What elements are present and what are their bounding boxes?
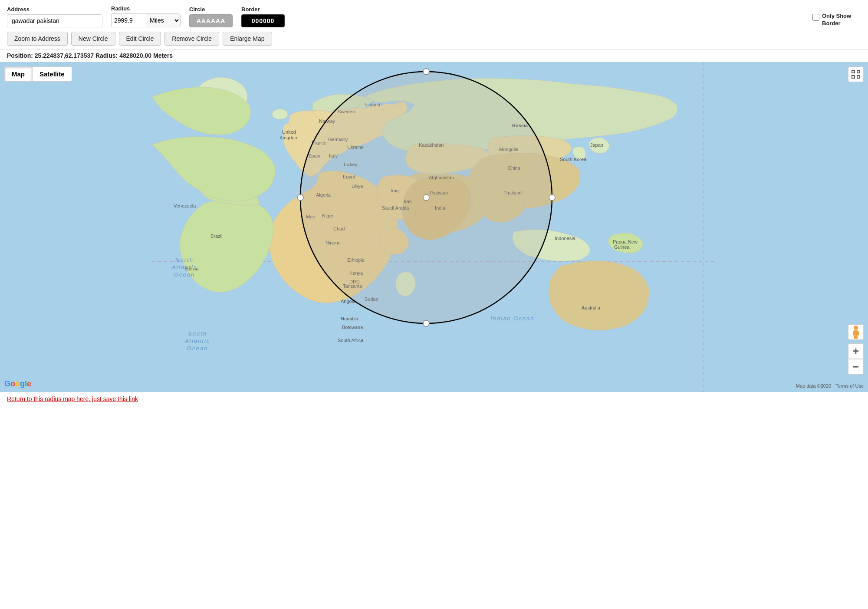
svg-rect-11: [853, 331, 855, 336]
circle-handle-right[interactable]: [549, 194, 555, 201]
circle-field-group: Circle AAAAAA: [189, 6, 233, 27]
border-field-group: Border 000000: [241, 6, 285, 27]
enlarge-map-button[interactable]: Enlarge Map: [223, 32, 272, 46]
svg-rect-14: [856, 336, 858, 339]
satellite-mode-button[interactable]: Satellite: [32, 66, 72, 82]
svg-rect-7: [852, 76, 855, 78]
indonesia-label: Indonesia: [555, 236, 576, 241]
position-bar: Position: 25.224837,62.173537 Radius: 48…: [0, 49, 868, 62]
circle-label: Circle: [189, 6, 233, 13]
circle-handle-center[interactable]: [423, 194, 429, 201]
south-atlantic-label2: Atlantic: [184, 338, 210, 344]
svg-point-9: [854, 326, 858, 330]
only-show-label: Only Show Border: [822, 13, 861, 27]
terms-of-use-link[interactable]: Terms of Use: [835, 383, 864, 388]
map-mode-controls: Map Satellite: [4, 66, 72, 82]
only-show-checkbox[interactable]: [812, 14, 819, 21]
pegman-icon: [851, 325, 861, 339]
map-attribution: Map data ©2020 Terms of Use: [796, 383, 864, 388]
map-mode-button[interactable]: Map: [4, 66, 32, 82]
radius-field-group: Radius Miles Kilometers Meters: [111, 5, 181, 27]
address-label: Address: [7, 6, 102, 13]
united-kingdom-label: United: [282, 129, 296, 135]
svg-rect-6: [857, 70, 860, 73]
south-korea-label: South Korea: [560, 157, 587, 162]
south-atlantic-label3: Ocean: [187, 345, 208, 352]
fullscreen-icon: [852, 70, 860, 79]
radius-label: Radius: [111, 5, 181, 12]
google-logo: Google: [4, 379, 31, 388]
border-label: Border: [241, 6, 285, 13]
north-atlantic-ocean-label: North: [175, 257, 194, 263]
radius-row: Miles Kilometers Meters: [111, 13, 181, 27]
return-link[interactable]: Return to this radius map here, just sav…: [0, 392, 868, 406]
south-atlantic-label: South: [188, 330, 207, 337]
australia-label: Australia: [582, 305, 601, 310]
map-svg: Finland Sweden Norway United Kingdom Fra…: [0, 62, 868, 392]
north-atlantic-ocean-label3: Ocean: [174, 271, 195, 278]
united-kingdom-label2: Kingdom: [279, 135, 298, 140]
top-controls: Address Radius Miles Kilometers Meters C…: [0, 0, 868, 49]
radius-input[interactable]: [111, 13, 146, 27]
north-atlantic-ocean-label2: Atlantic: [171, 264, 197, 270]
pegman-button[interactable]: [848, 324, 864, 340]
zoom-in-button[interactable]: +: [848, 343, 864, 359]
zoom-out-button[interactable]: −: [848, 359, 864, 375]
zoom-to-address-button[interactable]: Zoom to Address: [7, 32, 68, 46]
radius-unit-select[interactable]: Miles Kilometers Meters: [146, 13, 181, 27]
venezuela-label: Venezuela: [174, 203, 196, 208]
south-africa-label: South Africa: [338, 338, 364, 343]
circle-handle-top[interactable]: [423, 69, 429, 75]
address-field-group: Address: [7, 6, 102, 27]
fullscreen-button[interactable]: [848, 66, 864, 82]
brazil-label: Brazil: [210, 234, 223, 239]
svg-point-4: [272, 109, 288, 119]
japan-label: Japan: [590, 142, 603, 148]
circle-handle-bottom[interactable]: [423, 320, 429, 326]
address-input[interactable]: [7, 14, 102, 27]
border-color-picker[interactable]: 000000: [241, 14, 285, 27]
svg-rect-8: [857, 76, 860, 78]
action-buttons-row: Zoom to Address New Circle Edit Circle R…: [7, 32, 861, 46]
map-container: Finland Sweden Norway United Kingdom Fra…: [0, 62, 868, 392]
remove-circle-button[interactable]: Remove Circle: [164, 32, 219, 46]
svg-rect-5: [852, 70, 855, 73]
png-label: Papua New: [613, 239, 638, 244]
new-circle-button[interactable]: New Circle: [71, 32, 115, 46]
circle-color-picker[interactable]: AAAAAA: [189, 14, 233, 27]
png-label2: Guinea: [614, 244, 630, 250]
only-show-group: Only Show Border: [812, 11, 861, 27]
namibia-label: Namibia: [341, 316, 358, 321]
botswana-label: Botswana: [342, 325, 363, 330]
indian-ocean-label: Indian Ocean: [490, 315, 534, 322]
circle-handle-left[interactable]: [297, 194, 303, 201]
svg-rect-12: [857, 331, 859, 336]
edit-circle-button[interactable]: Edit Circle: [119, 32, 161, 46]
svg-rect-13: [854, 336, 856, 339]
